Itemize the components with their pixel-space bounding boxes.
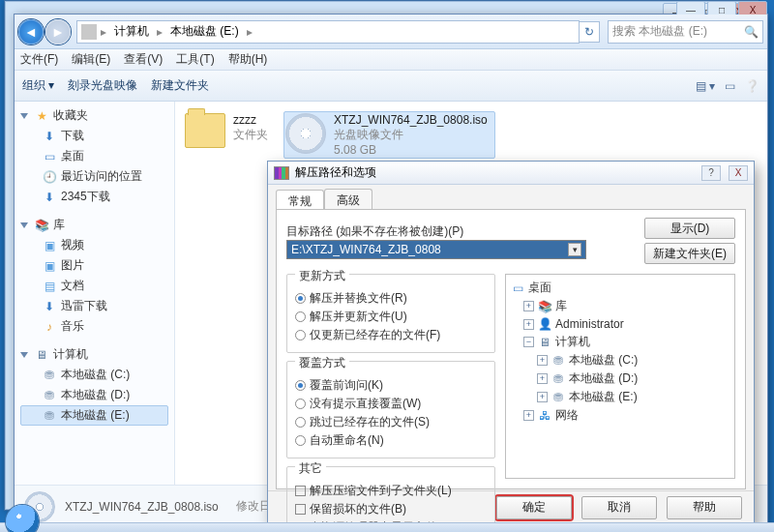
start-button[interactable] bbox=[6, 505, 39, 532]
dialog-titlebar[interactable]: 解压路径和选项 ? X bbox=[268, 162, 754, 185]
sidebar-item-drive-d[interactable]: ⛃本地磁盘 (D:) bbox=[20, 385, 168, 405]
check-keep-broken[interactable]: 保留损坏的文件(B) bbox=[295, 500, 487, 518]
breadcrumb-computer[interactable]: 计算机 bbox=[110, 23, 153, 40]
burn-image-button[interactable]: 刻录光盘映像 bbox=[68, 77, 137, 94]
search-placeholder: 搜索 本地磁盘 (E:) bbox=[612, 23, 707, 40]
menu-view[interactable]: 查看(V) bbox=[124, 51, 163, 68]
back-button[interactable]: ◄ bbox=[18, 19, 44, 44]
preview-pane-icon[interactable]: ▭ bbox=[725, 79, 735, 93]
drive-icon: ⛃ bbox=[42, 368, 57, 383]
sidebar-item-2345[interactable]: ⬇2345下载 bbox=[20, 187, 168, 207]
sidebar-item-recent[interactable]: 🕘最近访问的位置 bbox=[20, 166, 168, 187]
tree-computer[interactable]: −🖥计算机 bbox=[510, 333, 730, 351]
file-item-folder[interactable]: zzzz 文件夹 bbox=[183, 111, 270, 150]
sidebar-libraries-header[interactable]: 📚库 bbox=[20, 217, 168, 233]
computer-icon: 🖥 bbox=[537, 335, 552, 350]
pictures-icon: ▣ bbox=[42, 258, 57, 274]
expand-icon[interactable]: + bbox=[523, 319, 534, 330]
drive-icon: ⛃ bbox=[551, 353, 566, 369]
drive-icon bbox=[81, 24, 97, 40]
view-options-icon[interactable]: ▤ ▾ bbox=[696, 79, 715, 93]
expand-icon[interactable]: + bbox=[537, 355, 548, 366]
new-folder-button[interactable]: 新建文件夹(E) bbox=[644, 243, 735, 264]
tree-drive-c[interactable]: +⛃本地磁盘 (C:) bbox=[510, 351, 730, 369]
show-button[interactable]: 显示(D) bbox=[644, 218, 735, 239]
user-icon: 👤 bbox=[537, 316, 552, 332]
radio-overwrite-noask[interactable]: 没有提示直接覆盖(W) bbox=[295, 395, 487, 413]
tab-general[interactable]: 常规 bbox=[276, 190, 324, 211]
taskbar[interactable] bbox=[0, 522, 774, 532]
tree-drive-d[interactable]: +⛃本地磁盘 (D:) bbox=[510, 369, 730, 388]
collapse-icon[interactable]: − bbox=[523, 337, 534, 347]
refresh-button[interactable]: ↻ bbox=[579, 21, 600, 43]
radio-ask-before[interactable]: 覆盖前询问(K) bbox=[295, 376, 487, 395]
file-name: zzzz bbox=[233, 113, 268, 127]
collapse-icon bbox=[20, 352, 28, 358]
chevron-icon: ▸ bbox=[101, 25, 106, 39]
tree-network[interactable]: +🖧网络 bbox=[510, 406, 730, 425]
sidebar-item-xunlei[interactable]: ⬇迅雷下载 bbox=[20, 296, 168, 316]
tree-libraries[interactable]: +📚库 bbox=[510, 297, 730, 315]
dialog-help-button[interactable]: ? bbox=[701, 165, 721, 181]
status-filename: XTZJ_WIN764_ZJB_0808.iso bbox=[65, 500, 219, 514]
radio-auto-rename[interactable]: 自动重命名(N) bbox=[295, 431, 487, 450]
desktop-icon: ▭ bbox=[510, 281, 525, 296]
sidebar-item-downloads[interactable]: ⬇下载 bbox=[20, 126, 168, 146]
breadcrumb[interactable]: ▸ 计算机 ▸ 本地磁盘 (E:) ▸ bbox=[76, 20, 580, 44]
tree-drive-e[interactable]: +⛃本地磁盘 (E:) bbox=[510, 388, 730, 406]
cancel-button[interactable]: 取消 bbox=[581, 496, 657, 519]
sidebar-item-desktop[interactable]: ▭桌面 bbox=[20, 146, 168, 166]
menu-tools[interactable]: 工具(T) bbox=[176, 51, 214, 68]
tab-advanced[interactable]: 高级 bbox=[324, 189, 372, 210]
sidebar-computer-header[interactable]: 🖥计算机 bbox=[20, 346, 168, 363]
sidebar-item-pictures[interactable]: ▣图片 bbox=[20, 255, 168, 276]
organize-button[interactable]: 组织 ▾ bbox=[22, 77, 54, 94]
radio-skip-existing[interactable]: 跳过已经存在的文件(S) bbox=[295, 413, 487, 431]
libraries-icon: 📚 bbox=[34, 218, 49, 233]
file-type: 光盘映像文件 bbox=[334, 127, 488, 143]
tree-administrator[interactable]: +👤Administrator bbox=[510, 315, 730, 333]
menu-help[interactable]: 帮助(H) bbox=[228, 51, 268, 68]
xunlei-icon: ⬇ bbox=[42, 299, 57, 314]
sidebar-item-documents[interactable]: ▤文档 bbox=[20, 276, 168, 296]
sidebar-item-drive-c[interactable]: ⛃本地磁盘 (C:) bbox=[20, 365, 168, 385]
search-icon: 🔍 bbox=[744, 25, 759, 39]
documents-icon: ▤ bbox=[42, 279, 57, 294]
menu-edit[interactable]: 编辑(E) bbox=[72, 51, 110, 68]
tree-desktop[interactable]: ▭桌面 bbox=[510, 279, 730, 297]
expand-icon[interactable]: + bbox=[523, 301, 534, 311]
path-label: 目标路径 (如果不存在将被创建)(P) bbox=[286, 223, 586, 240]
file-item-iso[interactable]: XTZJ_WIN764_ZJB_0808.iso 光盘映像文件 5.08 GB bbox=[283, 111, 495, 159]
ok-button[interactable]: 确定 bbox=[496, 496, 572, 519]
sidebar-item-videos[interactable]: ▣视频 bbox=[20, 235, 168, 255]
new-folder-button[interactable]: 新建文件夹 bbox=[151, 77, 209, 94]
sidebar-favorites-header[interactable]: ★收藏夹 bbox=[20, 107, 168, 124]
drive-icon: ⛃ bbox=[42, 388, 57, 403]
expand-icon[interactable]: + bbox=[537, 392, 548, 402]
group-title: 其它 bbox=[295, 460, 326, 477]
path-input[interactable]: E:\XTZJ_WIN764_ZJB_0808 ▾ bbox=[286, 240, 586, 259]
extract-dialog: 解压路径和选项 ? X 常规 高级 目标路径 (如果不存在将被创建)(P) E:… bbox=[267, 161, 755, 526]
radio-extract-replace[interactable]: 解压并替换文件(R) bbox=[295, 289, 487, 308]
expand-icon[interactable]: + bbox=[537, 373, 548, 384]
menu-bar: 文件(F) 编辑(E) 查看(V) 工具(T) 帮助(H) bbox=[15, 49, 767, 71]
search-input[interactable]: 搜索 本地磁盘 (E:) 🔍 bbox=[608, 20, 763, 44]
sidebar-item-drive-e[interactable]: ⛃本地磁盘 (E:) bbox=[20, 405, 168, 426]
folder-tree[interactable]: ▭桌面 +📚库 +👤Administrator −🖥计算机 +⛃本地磁盘 (C:… bbox=[505, 274, 735, 479]
help-icon[interactable]: ❔ bbox=[745, 79, 759, 93]
forward-button[interactable]: ► bbox=[45, 19, 71, 44]
breadcrumb-drive-e[interactable]: 本地磁盘 (E:) bbox=[166, 23, 243, 40]
sidebar-item-music[interactable]: ♪音乐 bbox=[20, 316, 168, 337]
expand-icon[interactable]: + bbox=[523, 410, 534, 421]
dialog-close-button[interactable]: X bbox=[729, 165, 748, 181]
group-title: 覆盖方式 bbox=[295, 355, 349, 371]
menu-file[interactable]: 文件(F) bbox=[20, 51, 58, 68]
dropdown-icon[interactable]: ▾ bbox=[568, 243, 581, 256]
path-value: E:\XTZJ_WIN764_ZJB_0808 bbox=[291, 243, 441, 256]
download-icon: ⬇ bbox=[42, 129, 57, 144]
dialog-title: 解压路径和选项 bbox=[295, 164, 376, 181]
check-subfolder[interactable]: 解压压缩文件到子文件夹(L) bbox=[295, 482, 487, 500]
radio-fresh-existing[interactable]: 仅更新已经存在的文件(F) bbox=[295, 326, 487, 344]
help-button[interactable]: 帮助 bbox=[667, 496, 742, 519]
radio-extract-update[interactable]: 解压并更新文件(U) bbox=[295, 308, 487, 326]
